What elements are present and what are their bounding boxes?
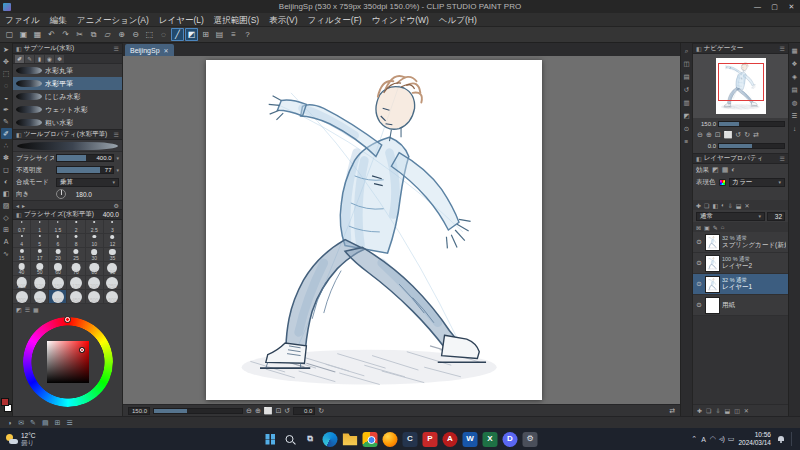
weather-widget[interactable]: 12°C 曇り [6, 432, 36, 447]
nav-rotate-left-icon[interactable]: ↺ [735, 131, 741, 139]
battery-icon[interactable]: ▭ [728, 435, 735, 443]
brush-size-cell[interactable]: 15 [13, 248, 31, 262]
brush-size-cell[interactable]: 2 [67, 220, 85, 234]
frame-border-tool[interactable]: ⊞ [1, 224, 12, 235]
layer-row-paper[interactable]: ⊙ 用紙 [693, 295, 788, 316]
menu-item[interactable]: ウィンドウ(W) [367, 13, 434, 27]
brush-size-cell[interactable]: 150 [49, 276, 67, 290]
brush-tool[interactable]: ✐ [1, 128, 12, 139]
clock[interactable]: 10:56 2024/03/14 [738, 431, 771, 447]
subtool-group-2[interactable]: ✎ [25, 55, 34, 63]
select-rect-icon[interactable]: ⬚ [143, 28, 156, 41]
brush-size-cell[interactable]: 4 [13, 234, 31, 248]
brush-size-cell[interactable]: 0.7 [13, 220, 31, 234]
copy-icon[interactable]: ⧉ [87, 28, 100, 41]
grid-toggle-icon[interactable]: ⊞ [55, 419, 61, 427]
prop-prev-icon[interactable]: ◂ [16, 202, 19, 209]
layer-command-folder[interactable]: ❏ [704, 202, 709, 209]
panel-menu-icon[interactable]: ☰ [114, 45, 119, 52]
layer-visibility-icon[interactable]: ⊙ [695, 238, 703, 246]
save-icon[interactable]: ▦ [31, 28, 44, 41]
layer-row-layer2[interactable]: ⊙ 100 % 通常 レイヤー2 [693, 253, 788, 274]
figure-tool[interactable]: ◇ [1, 212, 12, 223]
brush-size-slider[interactable]: 400.0 [56, 154, 114, 162]
brush-size-cell[interactable]: 17 [31, 248, 49, 262]
nav-zoom-in-icon[interactable]: ⊕ [706, 131, 712, 139]
zoom-out-icon[interactable]: ⊖ [129, 28, 142, 41]
maximize-button[interactable]: ▢ [766, 0, 783, 13]
app-explorer[interactable] [343, 432, 358, 447]
layer-footer-delete[interactable]: ✕ [744, 407, 749, 414]
nav-actual-size-icon[interactable]: ⊡ [715, 131, 721, 139]
panel-menu-icon[interactable]: ☰ [114, 131, 119, 138]
color-wheel[interactable] [13, 314, 122, 416]
nav-zoom-out-icon[interactable]: ⊖ [697, 131, 703, 139]
effect-layer-color-icon[interactable]: ◐ [731, 166, 735, 174]
color-slider-icon[interactable]: ☰ [25, 306, 30, 313]
close-button[interactable]: ✕ [783, 0, 800, 13]
grid-icon[interactable]: ⊞ [199, 28, 212, 41]
selection-tool[interactable]: ⬚ [1, 68, 12, 79]
brush-size-cell[interactable]: 50 [31, 262, 49, 276]
subtool-item-rough-watercolor[interactable]: 粗い水彩 [13, 116, 122, 129]
brush-size-cell[interactable]: 70 [67, 262, 85, 276]
layer-footer-combine[interactable]: ⬓ [724, 407, 730, 414]
decoration-tool[interactable]: ✽ [1, 152, 12, 163]
brush-size-cell[interactable]: 6 [49, 234, 67, 248]
subtool-group-4[interactable]: ◉ [45, 55, 54, 63]
app-acrobat[interactable]: A [443, 432, 458, 447]
app-edge[interactable] [323, 432, 338, 447]
volume-icon[interactable]: ◃) [719, 435, 725, 443]
layer-command-new[interactable]: ✚ [696, 202, 701, 209]
actual-size-icon[interactable]: ⊡ [275, 405, 281, 417]
layer-row-sketch-card[interactable]: ⊙ 32 % 通常 スプリングカード(新規1602) [693, 232, 788, 253]
timeline-tab-icon[interactable]: ≡ [682, 137, 692, 147]
menu-icon[interactable]: ☰ [66, 419, 72, 427]
layer-draft-icon[interactable]: ✎ [713, 224, 718, 231]
layer-reference-icon[interactable]: ⌂ [721, 224, 725, 230]
brush-size-cell[interactable]: 2.5 [86, 220, 104, 234]
workspace-icon[interactable]: ▤ [42, 419, 49, 427]
layer-visibility-icon[interactable]: ⊙ [695, 301, 703, 309]
effect-border-icon[interactable]: ◩ [712, 166, 719, 174]
menu-item[interactable]: ヘルプ(H) [434, 13, 482, 27]
app-pdf-viewer[interactable]: P [423, 432, 438, 447]
subtool-group-3[interactable]: ▮ [35, 55, 44, 63]
expression-color-select[interactable]: カラー ▾ [729, 178, 786, 187]
brush-size-cell[interactable]: 12 [104, 234, 122, 248]
color-swatch-icon[interactable]: ◩ [16, 306, 22, 313]
layer-footer-new[interactable]: ✚ [697, 407, 702, 414]
zoom-slider[interactable] [153, 408, 243, 414]
layer-command-apply[interactable]: ⇩ [728, 202, 733, 209]
text-tool[interactable]: A [1, 236, 12, 247]
brush-size-cell[interactable]: 170 [67, 276, 85, 290]
panel-menu-icon[interactable]: ☰ [780, 45, 785, 52]
zoom-out-icon[interactable]: ⊖ [246, 405, 252, 417]
prop-next-icon[interactable]: ▸ [22, 202, 25, 209]
auto-select-tool[interactable]: ◌ [1, 80, 12, 91]
layer-opacity-field[interactable]: 32 [767, 212, 785, 221]
material-3d-icon[interactable]: ☰ [790, 111, 800, 121]
subtool-item-round-watercolor[interactable]: 水彩丸筆 [13, 64, 122, 77]
hue-marker[interactable] [65, 317, 70, 322]
layer-move-tool[interactable]: ✥ [1, 56, 12, 67]
canvas-tab[interactable]: BeijingSp ✕ [125, 44, 174, 56]
notification-bell-icon[interactable] [777, 436, 784, 443]
close-tab-icon[interactable]: ✕ [164, 47, 169, 54]
brush-size-cell[interactable]: 120 [31, 276, 49, 290]
subtool-item-flat-watercolor[interactable]: 水彩平筆 [13, 77, 122, 90]
eyedropper-tool[interactable]: ◒ [1, 92, 12, 103]
blend-tool[interactable]: ◐ [1, 176, 12, 187]
opacity-slider[interactable]: 77 [56, 166, 114, 174]
subtool-item-wet-watercolor[interactable]: ウェット水彩 [13, 103, 122, 116]
nav-flip-icon[interactable]: ⇄ [753, 131, 759, 139]
operation-tool[interactable]: ➤ [1, 44, 12, 55]
brush-size-cell[interactable]: 1 [31, 220, 49, 234]
brush-size-cell[interactable]: 60 [49, 262, 67, 276]
layer-visibility-icon[interactable]: ⊙ [695, 280, 703, 288]
menu-item[interactable]: アニメーション(A) [72, 13, 154, 27]
menu-item[interactable]: ファイル [0, 13, 45, 27]
zoom-in-icon[interactable]: ⊕ [115, 28, 128, 41]
open-icon[interactable]: ▣ [17, 28, 30, 41]
brush-size-cell[interactable]: 350 [31, 290, 49, 304]
